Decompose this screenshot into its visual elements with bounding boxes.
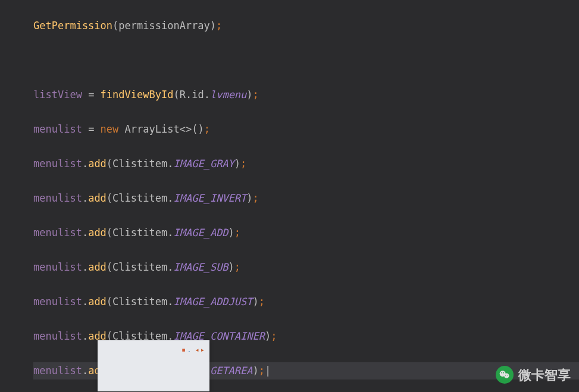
field: listView bbox=[33, 89, 82, 101]
swatch-icon[interactable]: . bbox=[187, 346, 192, 354]
code-line[interactable]: GetPermission(permissionArray); bbox=[33, 17, 579, 35]
code-line[interactable]: listView = findViewById(R.id.lvmenu); bbox=[33, 86, 579, 104]
semicolon: ; bbox=[216, 20, 222, 32]
palette-swatches[interactable]: ▪.◂▸ bbox=[181, 341, 206, 359]
code-line[interactable]: menulist.add(Clistitem.IMAGE_GRAY); bbox=[33, 155, 579, 173]
constant: lvmenu bbox=[210, 89, 246, 101]
paren: ) bbox=[210, 20, 216, 32]
svg-point-5 bbox=[507, 375, 508, 376]
identifier: permissionArray bbox=[118, 20, 210, 32]
svg-point-4 bbox=[505, 375, 506, 376]
blank-line bbox=[33, 52, 579, 69]
code-editor[interactable]: GetPermission(permissionArray); listView… bbox=[0, 0, 579, 392]
resize-arrows-icon[interactable]: ◂▸ bbox=[195, 341, 206, 359]
paren: ( bbox=[112, 20, 118, 32]
wechat-icon bbox=[496, 366, 514, 384]
code-line[interactable]: menulist.add(Clistitem.IMAGE_ADDJUST); bbox=[33, 293, 579, 311]
swatch-icon[interactable]: ▪ bbox=[181, 346, 187, 354]
code-line[interactable]: menulist.add(Clistitem.IMAGE_ADD); bbox=[33, 224, 579, 242]
svg-point-3 bbox=[503, 372, 505, 374]
code-line[interactable]: menulist.add(Clistitem.IMAGE_SUB); bbox=[33, 259, 579, 276]
color-picker-popup[interactable]: ▪.◂▸ bbox=[98, 340, 209, 391]
watermark: 微卡智享 bbox=[496, 366, 571, 384]
method-call: GetPermission bbox=[33, 20, 112, 32]
method-call: findViewById bbox=[101, 89, 174, 101]
svg-point-2 bbox=[501, 372, 502, 374]
watermark-text: 微卡智享 bbox=[518, 366, 571, 384]
svg-point-1 bbox=[504, 374, 509, 378]
code-line[interactable]: menulist = new ArrayList<>(); bbox=[33, 121, 579, 138]
cursor-icon: | bbox=[265, 365, 271, 377]
code-line[interactable]: menulist.add(Clistitem.IMAGE_INVERT); bbox=[33, 190, 579, 207]
